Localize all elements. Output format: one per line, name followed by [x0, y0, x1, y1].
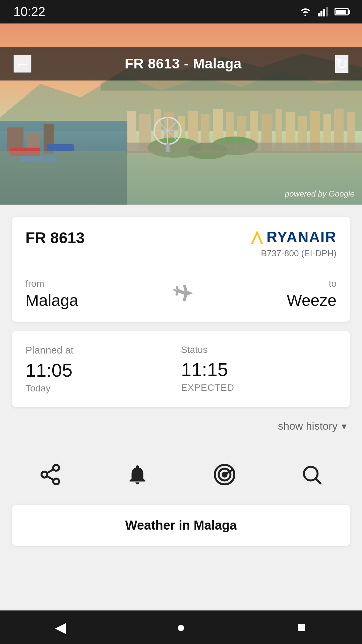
- action-row: [0, 444, 362, 505]
- status-time: 11:15: [181, 359, 337, 380]
- battery-icon: [335, 8, 349, 15]
- chevron-down-icon: ▾: [342, 420, 347, 432]
- radar-icon: [213, 463, 236, 486]
- header-bar: ← FR 8613 - Malaga ↻: [0, 47, 362, 80]
- svg-rect-12: [47, 144, 74, 151]
- aircraft-info: B737-800 (EI-DPH): [251, 248, 337, 259]
- show-history-label: show history: [278, 420, 338, 432]
- svg-line-57: [316, 479, 321, 484]
- route-to: to Weeze: [287, 278, 337, 310]
- share-icon: [39, 463, 62, 486]
- airline-info: RYANAIR B737-800 (EI-DPH): [251, 229, 337, 259]
- status-badge: EXPECTED: [181, 382, 337, 393]
- svg-line-51: [47, 469, 54, 473]
- planned-col: Planned at 11:05 Today: [25, 344, 181, 394]
- svg-line-50: [47, 476, 54, 480]
- flight-card: FR 8613 RYANAIR B737-800 (EI-DPH) from M…: [12, 217, 350, 322]
- bell-button[interactable]: [121, 458, 154, 491]
- status-label: Status: [181, 344, 337, 355]
- to-label: to: [287, 278, 337, 289]
- radar-button[interactable]: [208, 458, 241, 491]
- bottom-nav: [0, 610, 362, 644]
- back-button[interactable]: ←: [13, 55, 32, 73]
- wifi-icon: [299, 7, 312, 16]
- status-bar: 10:22: [0, 0, 362, 23]
- status-icons: [299, 7, 349, 16]
- svg-rect-0: [318, 13, 320, 16]
- weather-card: Weather in Malaga: [12, 505, 350, 546]
- airline-logo: RYANAIR: [251, 229, 337, 246]
- nav-recents-button[interactable]: [282, 615, 322, 639]
- search-button[interactable]: [295, 458, 328, 491]
- schedule-card: Planned at 11:05 Today Status 11:15 EXPE…: [12, 331, 350, 407]
- svg-rect-1: [320, 11, 322, 16]
- show-history-row: show history ▾: [12, 417, 350, 444]
- signal-icon: [318, 7, 328, 16]
- nav-back-button[interactable]: [40, 615, 80, 639]
- planned-day: Today: [25, 383, 181, 394]
- status-col: Status 11:15 EXPECTED: [181, 344, 337, 393]
- content-area: FR 8613 RYANAIR B737-800 (EI-DPH) from M…: [0, 205, 362, 444]
- route-row: from Malaga to Weeze: [25, 275, 337, 310]
- svg-rect-44: [166, 144, 170, 152]
- hero-section: powered by Google ← FR 8613 - Malaga ↻: [0, 23, 362, 205]
- plane-icon: [169, 284, 196, 304]
- powered-by-label: powered by Google: [285, 189, 355, 199]
- svg-rect-2: [323, 9, 325, 16]
- planned-label: Planned at: [25, 344, 181, 356]
- to-city: Weeze: [287, 291, 337, 310]
- planned-time: 11:05: [25, 359, 181, 381]
- refresh-button[interactable]: ↻: [335, 55, 349, 73]
- share-button[interactable]: [34, 458, 67, 491]
- bell-icon: [126, 463, 149, 486]
- airline-name: RYANAIR: [266, 229, 337, 246]
- route-from: from Malaga: [25, 278, 78, 310]
- flight-number: FR 8613: [25, 229, 84, 247]
- weather-title: Weather in Malaga: [25, 518, 337, 533]
- from-city: Malaga: [25, 291, 78, 310]
- svg-rect-3: [326, 7, 328, 16]
- status-time: 10:22: [13, 5, 45, 19]
- svg-point-56: [304, 467, 318, 481]
- svg-rect-37: [127, 143, 362, 153]
- page-title: FR 8613 - Malaga: [125, 56, 242, 72]
- flight-card-header: FR 8613 RYANAIR B737-800 (EI-DPH): [25, 229, 337, 267]
- search-icon: [300, 463, 323, 486]
- from-label: from: [25, 278, 78, 289]
- show-history-button[interactable]: show history ▾: [278, 420, 347, 432]
- ryanair-diamond-icon: [251, 230, 263, 244]
- nav-home-button[interactable]: [161, 615, 201, 639]
